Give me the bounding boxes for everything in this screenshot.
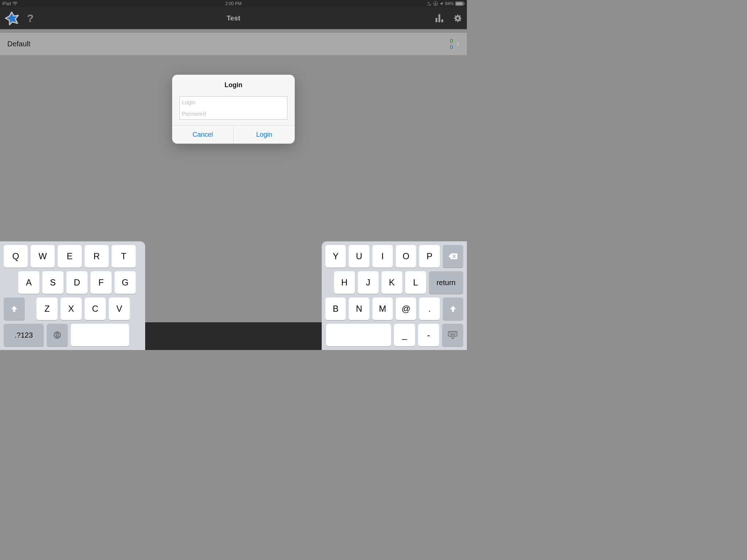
key-p[interactable]: P	[419, 245, 440, 268]
key-dot[interactable]: .	[419, 298, 440, 320]
key-t[interactable]: T	[112, 245, 136, 268]
key-g[interactable]: G	[115, 271, 136, 294]
key-c[interactable]: C	[85, 298, 106, 320]
keyboard-right: Y U I O P H J K L return B N M @ . _ -	[322, 241, 467, 350]
key-underscore[interactable]: _	[394, 324, 415, 346]
key-h[interactable]: H	[334, 271, 355, 294]
key-hyphen[interactable]: -	[418, 324, 439, 346]
key-k[interactable]: K	[382, 271, 402, 294]
key-q[interactable]: Q	[4, 245, 28, 268]
key-z[interactable]: Z	[36, 298, 58, 320]
key-j[interactable]: J	[358, 271, 379, 294]
password-field[interactable]	[179, 108, 287, 120]
key-globe[interactable]	[47, 324, 68, 346]
key-a[interactable]: A	[18, 271, 39, 294]
key-backspace[interactable]	[443, 245, 463, 268]
key-l[interactable]: L	[405, 271, 426, 294]
key-return[interactable]: return	[429, 271, 463, 294]
key-f[interactable]: F	[90, 271, 112, 294]
keyboard-left: Q W E R T A S D F G Z X C V .?123	[0, 241, 145, 350]
key-u[interactable]: U	[349, 245, 369, 268]
key-x[interactable]: X	[61, 298, 82, 320]
login-field[interactable]	[179, 96, 287, 108]
key-space-right[interactable]	[326, 324, 391, 346]
cancel-button[interactable]: Cancel	[172, 126, 233, 144]
login-button[interactable]: Login	[233, 126, 295, 144]
key-shift-right[interactable]	[443, 298, 463, 320]
key-w[interactable]: W	[31, 245, 55, 268]
key-space-left[interactable]	[71, 324, 129, 346]
key-d[interactable]: D	[66, 271, 88, 294]
key-number-mode[interactable]: .?123	[4, 324, 44, 346]
key-b[interactable]: B	[325, 298, 346, 320]
key-shift-left[interactable]	[4, 298, 25, 320]
key-v[interactable]: V	[109, 298, 130, 320]
key-r[interactable]: R	[85, 245, 109, 268]
key-o[interactable]: O	[396, 245, 416, 268]
key-at[interactable]: @	[396, 298, 416, 320]
key-i[interactable]: I	[372, 245, 393, 268]
dialog-title: Login	[172, 75, 295, 94]
key-dismiss-keyboard[interactable]	[442, 324, 463, 346]
key-e[interactable]: E	[58, 245, 82, 268]
key-m[interactable]: M	[372, 298, 393, 320]
key-s[interactable]: S	[42, 271, 63, 294]
key-n[interactable]: N	[349, 298, 369, 320]
key-y[interactable]: Y	[325, 245, 346, 268]
login-dialog: Login Cancel Login	[172, 75, 295, 144]
